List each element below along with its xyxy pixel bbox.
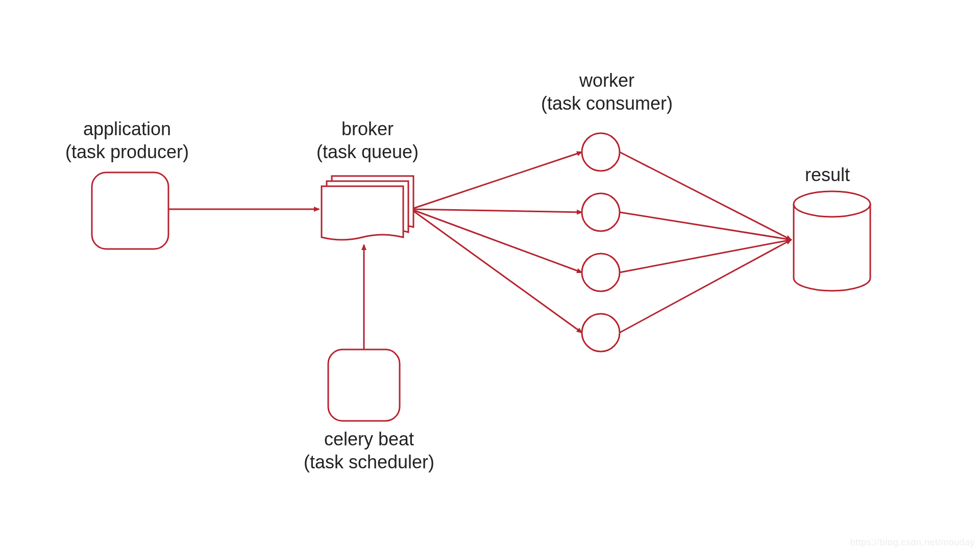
worker-node-3 bbox=[582, 254, 620, 291]
arrow-worker3-result bbox=[620, 240, 791, 272]
worker-node-4 bbox=[582, 314, 620, 352]
arrow-broker-worker3 bbox=[411, 209, 582, 272]
broker-node bbox=[322, 176, 413, 240]
arrow-broker-worker4 bbox=[411, 209, 582, 333]
svg-point-0 bbox=[794, 191, 870, 217]
arrow-worker4-result bbox=[620, 240, 791, 333]
application-node bbox=[92, 172, 168, 249]
arrow-broker-worker1 bbox=[411, 152, 582, 209]
celerybeat-node bbox=[328, 349, 400, 421]
worker-node-1 bbox=[582, 133, 620, 171]
worker-node-2 bbox=[582, 193, 620, 231]
arrow-broker-worker2 bbox=[411, 209, 582, 212]
result-node bbox=[794, 191, 870, 291]
diagram-svg bbox=[0, 0, 980, 551]
